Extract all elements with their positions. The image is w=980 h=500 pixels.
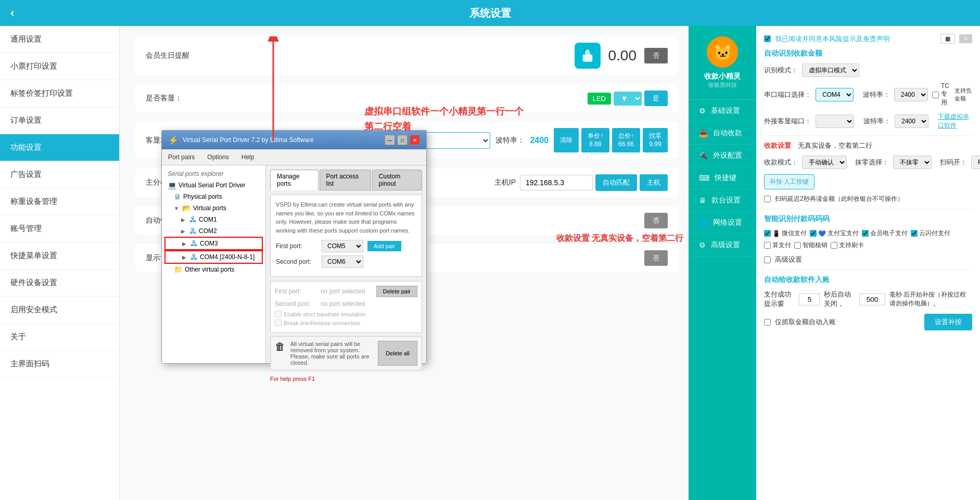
auto-lock-no-button[interactable]: 否: [644, 213, 668, 228]
tree-physical[interactable]: 🖥 Physical ports: [164, 191, 263, 202]
tree-virtual[interactable]: ▼ 📂 Virtual ports: [164, 202, 263, 214]
advanced-checkbox[interactable]: [764, 257, 771, 263]
counter-icon: 🖥: [699, 196, 706, 204]
tree-com2[interactable]: ▶ 🖧 COM2: [164, 225, 263, 237]
back-button[interactable]: ‹: [10, 6, 14, 20]
port-select[interactable]: COM4: [816, 88, 854, 101]
sidebar-item-ad[interactable]: 广告设置: [0, 161, 119, 188]
download-link[interactable]: 下载虚拟串口软件: [938, 112, 972, 130]
sidebar-item-hardware[interactable]: 硬件设备设置: [0, 270, 119, 297]
outer-port-select[interactable]: [816, 114, 854, 128]
nav-peripheral[interactable]: 🔌 外设配置: [689, 145, 756, 167]
ms-input[interactable]: [859, 293, 885, 305]
shortcut-icon: ⌨: [699, 174, 709, 182]
scan-open-select[interactable]: F12: [971, 156, 980, 169]
host-ip-input[interactable]: [520, 175, 593, 190]
sidebar-item-general[interactable]: 通用设置: [0, 26, 119, 53]
member-checkbox[interactable]: [862, 230, 869, 237]
tab-manage-ports[interactable]: Manage ports: [270, 170, 319, 190]
second-port-select[interactable]: COM6: [322, 255, 363, 268]
sidebar-item-account[interactable]: 账号管理: [0, 215, 119, 242]
show-barcode-no-button[interactable]: 否: [644, 250, 668, 266]
compensate-button[interactable]: 补按·人工按键: [764, 174, 814, 189]
agree-close-btn[interactable]: ✕: [959, 34, 972, 43]
smart-settle-checkbox[interactable]: [794, 242, 801, 249]
nav-auto-collect[interactable]: 📥 自动收款: [689, 122, 756, 145]
scan-desc-checkbox[interactable]: [764, 196, 771, 202]
nav-network[interactable]: 🌐 网络设置: [689, 212, 756, 234]
menu-options[interactable]: Options: [201, 151, 235, 163]
support-label: 支持负金额: [954, 87, 972, 102]
other-icon: 📁: [174, 265, 183, 274]
dialog-close[interactable]: ✕: [410, 135, 420, 145]
delete-all-button[interactable]: Delete all: [378, 341, 417, 366]
outer-baud-select[interactable]: 2400: [895, 114, 928, 128]
clear-button[interactable]: 清除: [554, 128, 579, 152]
agreed-checkbox[interactable]: [764, 35, 771, 42]
tree-other[interactable]: 📁 Other virtual ports: [164, 264, 263, 275]
delete-pair-button[interactable]: Delete pair: [376, 286, 417, 297]
tree-com3[interactable]: ▶ 🖧 COM3: [164, 237, 263, 250]
tree-com4[interactable]: ▶ 🖧 COM4 [2400-N-8-1]: [164, 250, 263, 264]
yunshan-checkbox[interactable]: [911, 230, 918, 237]
add-pair-button[interactable]: Add pair: [367, 241, 401, 251]
zhifubao-pay: 💙 支付宝支付: [810, 229, 859, 238]
sidebar-item-label-print[interactable]: 标签价签打印设置: [0, 80, 119, 107]
sidebar-item-security[interactable]: 启用安全模式: [0, 297, 119, 324]
menu-port-pairs[interactable]: Port pairs: [162, 151, 201, 163]
nav-shortcut[interactable]: ⌨ 快捷键: [689, 167, 756, 189]
suan-pay: 算支付: [764, 241, 791, 250]
only-collect-checkbox[interactable]: [764, 319, 771, 326]
strict-baud-checkbox[interactable]: [275, 311, 282, 317]
break-line-checkbox[interactable]: [275, 319, 282, 326]
sidebar-item-about[interactable]: 关于: [0, 324, 119, 351]
auto-match-button[interactable]: 自动匹配: [595, 174, 637, 191]
agree-extra-btn[interactable]: ▦: [940, 34, 955, 44]
sidebar-item-receipt[interactable]: 小票打印设置: [0, 53, 119, 80]
baud-label: 波特率：: [495, 136, 525, 145]
nav-advanced[interactable]: ⚙ 高级设置: [689, 234, 756, 257]
sidebar-item-main-scan[interactable]: 主界面扫码: [0, 351, 119, 378]
total-button[interactable]: 总价↑ 66.66: [612, 128, 640, 152]
seconds-input[interactable]: [799, 293, 820, 305]
erasure-select[interactable]: 不抹零: [893, 156, 932, 169]
sidebar-item-shortcut[interactable]: 快捷菜单设置: [0, 242, 119, 270]
led-dropdown[interactable]: ▼: [614, 92, 642, 106]
change-button[interactable]: 找零 9.99: [643, 128, 668, 152]
nav-basic-settings[interactable]: ⚙ 基础设置: [689, 100, 756, 122]
card-checkbox[interactable]: [831, 242, 837, 249]
right-panel: 🐱 收款小精灵 收银黑科技 ⚙ 基础设置 📥 自动收款 🔌 外设配置 ⌨ 快捷键: [689, 26, 980, 500]
tree-root[interactable]: 💻 Virtual Serial Port Driver: [164, 180, 263, 191]
dialog-maximize[interactable]: □: [397, 135, 408, 145]
auto-give-title: 自动给收款软件入账: [764, 275, 972, 285]
sidebar-item-order[interactable]: 订单设置: [0, 107, 119, 134]
first-port-select[interactable]: COM5: [322, 240, 363, 252]
host-button[interactable]: 主机: [640, 174, 668, 191]
sidebar-item-function[interactable]: 功能设置: [0, 134, 119, 161]
top-bar: ‹ 系统设置: [0, 0, 980, 26]
tc-checkbox[interactable]: [932, 92, 939, 98]
collect-mode-select[interactable]: 手动确认: [802, 156, 847, 169]
suan-checkbox[interactable]: [764, 242, 771, 249]
nav-counter[interactable]: 🖥 款台设置: [689, 189, 756, 212]
menu-help[interactable]: Help: [235, 151, 261, 163]
page-title: 系统设置: [469, 6, 511, 20]
tab-custom-pinout[interactable]: Custom pinout: [372, 170, 422, 190]
right-settings-content: 我已阅读并同意本风险提示及免责声明 ▦ ✕ 自动识别收款金额 识别模式： 虚拟串…: [756, 26, 980, 500]
setup-compensate-button[interactable]: 设置补按: [924, 314, 972, 330]
sidebar-item-scale[interactable]: 称重设备管理: [0, 188, 119, 215]
mode-select[interactable]: 虚拟串口模式: [802, 63, 859, 77]
unit-price-button[interactable]: 单价↑ 8.88: [581, 128, 609, 152]
host-ip-label: 主机IP: [494, 178, 516, 187]
dialog-minimize[interactable]: —: [385, 135, 395, 145]
wechat-checkbox[interactable]: [764, 230, 771, 237]
birthday-no-button[interactable]: 否: [644, 48, 668, 63]
tab-port-access[interactable]: Port access list: [320, 170, 371, 190]
zhifubao-checkbox[interactable]: [810, 230, 817, 237]
physical-icon: 🖥: [174, 193, 181, 201]
baud-select[interactable]: 2400: [894, 88, 928, 101]
customer-display-yes-button[interactable]: 是: [644, 91, 668, 106]
tree-com1[interactable]: ▶ 🖧 COM1: [164, 214, 263, 225]
member-pay: 会员电子支付: [862, 229, 908, 238]
delete-all-text: All virtual serial pairs will be removed…: [290, 341, 373, 366]
